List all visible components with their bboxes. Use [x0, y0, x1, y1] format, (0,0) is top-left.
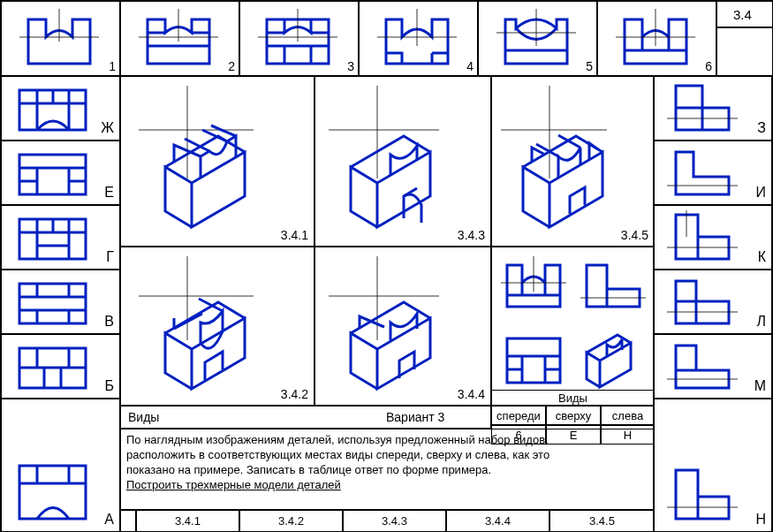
- top-view-6: 6: [597, 1, 716, 76]
- right-view-z: З: [653, 76, 772, 141]
- front-view-icon: [2, 2, 121, 77]
- top-view-4: 4: [359, 1, 478, 76]
- left-view-e: Е: [1, 141, 120, 205]
- right-view-l: Л: [653, 270, 772, 334]
- title-row: Виды Вариант 3: [120, 406, 491, 429]
- answer-row: 3.4.1 3.4.2 3.4.3 3.4.4 3.4.5: [120, 510, 655, 532]
- top-view-1: 1: [1, 1, 120, 76]
- left-view-a: А: [1, 399, 120, 532]
- top-view-5: 5: [478, 1, 597, 76]
- iso-3-4-3: 3.4.3: [315, 76, 491, 247]
- page-badge: 3.4: [716, 1, 773, 27]
- top-label-3: 3: [347, 59, 354, 73]
- top-label-6: 6: [705, 59, 712, 73]
- iso-3-4-1: 3.4.1: [120, 76, 315, 247]
- top-label-2: 2: [228, 59, 235, 73]
- iso-3-4-4: 3.4.4: [315, 247, 491, 406]
- example-views: [491, 247, 655, 406]
- left-view-zh: Ж: [1, 76, 120, 141]
- page-badge-empty: [716, 27, 773, 76]
- left-view-b: Б: [1, 334, 120, 399]
- top-label-1: 1: [109, 59, 116, 73]
- top-label-4: 4: [466, 59, 474, 73]
- right-view-i: И: [653, 141, 772, 205]
- left-view-v: В: [1, 270, 120, 334]
- top-view-2: 2: [120, 1, 239, 76]
- iso-3-4-2: 3.4.2: [120, 247, 315, 406]
- right-view-n: Н: [653, 399, 772, 532]
- top-label-5: 5: [586, 59, 593, 73]
- left-view-g: Г: [1, 205, 120, 270]
- instructions: По наглядным изображениям деталей, испол…: [120, 429, 655, 510]
- right-view-m: М: [653, 334, 772, 399]
- iso-3-4-5: 3.4.5: [491, 76, 655, 247]
- right-view-k: К: [653, 205, 772, 270]
- top-view-3: 3: [239, 1, 359, 76]
